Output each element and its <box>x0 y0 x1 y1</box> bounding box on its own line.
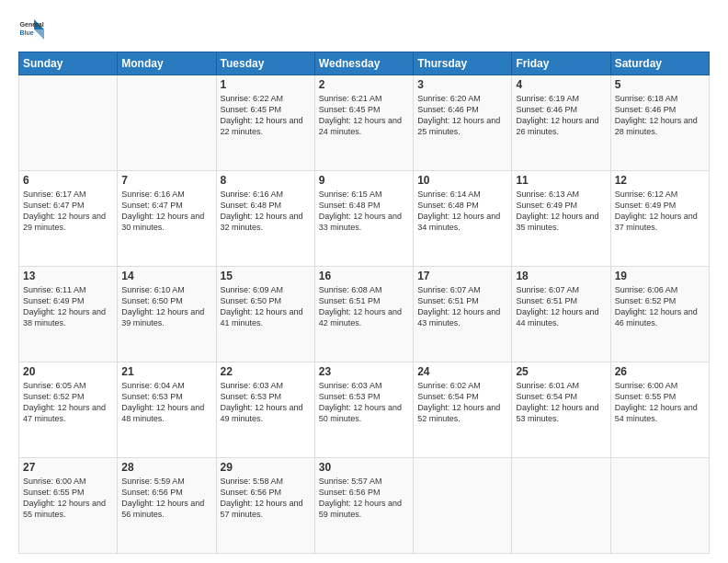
calendar-cell: 7Sunrise: 6:16 AMSunset: 6:47 PMDaylight… <box>118 171 216 267</box>
cell-sun-info: Sunrise: 6:12 AMSunset: 6:49 PMDaylight:… <box>615 189 705 234</box>
calendar-cell: 24Sunrise: 6:02 AMSunset: 6:54 PMDayligh… <box>414 362 512 458</box>
calendar-cell: 30Sunrise: 5:57 AMSunset: 6:56 PMDayligh… <box>314 458 413 554</box>
page: General Blue SundayMondayTuesdayWednesda… <box>0 0 728 563</box>
day-number: 17 <box>417 270 507 282</box>
calendar-cell: 19Sunrise: 6:06 AMSunset: 6:52 PMDayligh… <box>610 267 709 362</box>
day-number: 11 <box>516 174 606 187</box>
day-number: 12 <box>615 174 705 187</box>
day-number: 28 <box>121 461 211 474</box>
cell-sun-info: Sunrise: 6:07 AMSunset: 6:51 PMDaylight:… <box>417 284 507 329</box>
cell-sun-info: Sunrise: 6:08 AMSunset: 6:51 PMDaylight:… <box>319 284 409 329</box>
cell-sun-info: Sunrise: 6:20 AMSunset: 6:46 PMDaylight:… <box>417 93 507 138</box>
cell-sun-info: Sunrise: 6:09 AMSunset: 6:50 PMDaylight:… <box>221 284 311 329</box>
calendar-cell <box>512 458 610 554</box>
day-number: 13 <box>23 270 113 282</box>
cell-sun-info: Sunrise: 6:21 AMSunset: 6:45 PMDaylight:… <box>319 93 409 138</box>
day-number: 9 <box>319 174 409 187</box>
calendar-cell: 11Sunrise: 6:13 AMSunset: 6:49 PMDayligh… <box>512 171 610 267</box>
cell-sun-info: Sunrise: 6:15 AMSunset: 6:48 PMDaylight:… <box>319 189 409 234</box>
cell-sun-info: Sunrise: 6:06 AMSunset: 6:52 PMDaylight:… <box>615 284 705 329</box>
day-number: 2 <box>319 78 409 91</box>
calendar-cell: 29Sunrise: 5:58 AMSunset: 6:56 PMDayligh… <box>216 458 314 554</box>
week-row-3: 13Sunrise: 6:11 AMSunset: 6:49 PMDayligh… <box>19 267 710 362</box>
calendar-cell: 17Sunrise: 6:07 AMSunset: 6:51 PMDayligh… <box>414 267 512 362</box>
day-number: 1 <box>221 78 311 91</box>
logo-icon: General Blue <box>18 17 44 42</box>
week-row-4: 20Sunrise: 6:05 AMSunset: 6:52 PMDayligh… <box>19 362 710 458</box>
header-row: SundayMondayTuesdayWednesdayThursdayFrid… <box>19 52 710 75</box>
calendar-cell <box>118 75 216 171</box>
calendar-cell: 25Sunrise: 6:01 AMSunset: 6:54 PMDayligh… <box>512 362 610 458</box>
calendar-cell: 20Sunrise: 6:05 AMSunset: 6:52 PMDayligh… <box>19 362 118 458</box>
cell-sun-info: Sunrise: 6:16 AMSunset: 6:47 PMDaylight:… <box>121 189 211 234</box>
col-header-sunday: Sunday <box>19 52 118 75</box>
calendar-cell: 21Sunrise: 6:04 AMSunset: 6:53 PMDayligh… <box>118 362 216 458</box>
calendar-cell: 2Sunrise: 6:21 AMSunset: 6:45 PMDaylight… <box>314 75 413 171</box>
day-number: 27 <box>23 461 113 474</box>
calendar-cell: 6Sunrise: 6:17 AMSunset: 6:47 PMDaylight… <box>19 171 118 267</box>
cell-sun-info: Sunrise: 6:19 AMSunset: 6:46 PMDaylight:… <box>516 93 606 138</box>
calendar-cell: 9Sunrise: 6:15 AMSunset: 6:48 PMDaylight… <box>314 171 413 267</box>
calendar-cell: 4Sunrise: 6:19 AMSunset: 6:46 PMDaylight… <box>512 75 610 171</box>
cell-sun-info: Sunrise: 6:16 AMSunset: 6:48 PMDaylight:… <box>221 189 311 234</box>
col-header-friday: Friday <box>512 52 610 75</box>
calendar-cell: 1Sunrise: 6:22 AMSunset: 6:45 PMDaylight… <box>216 75 314 171</box>
col-header-saturday: Saturday <box>610 52 709 75</box>
day-number: 29 <box>221 461 311 474</box>
calendar-cell: 14Sunrise: 6:10 AMSunset: 6:50 PMDayligh… <box>118 267 216 362</box>
cell-sun-info: Sunrise: 6:00 AMSunset: 6:55 PMDaylight:… <box>615 380 705 425</box>
day-number: 15 <box>221 270 311 282</box>
cell-sun-info: Sunrise: 6:10 AMSunset: 6:50 PMDaylight:… <box>121 284 211 329</box>
calendar-cell: 13Sunrise: 6:11 AMSunset: 6:49 PMDayligh… <box>19 267 118 362</box>
day-number: 19 <box>615 270 705 282</box>
week-row-1: 1Sunrise: 6:22 AMSunset: 6:45 PMDaylight… <box>19 75 710 171</box>
calendar-cell: 12Sunrise: 6:12 AMSunset: 6:49 PMDayligh… <box>610 171 709 267</box>
cell-sun-info: Sunrise: 6:17 AMSunset: 6:47 PMDaylight:… <box>23 189 113 234</box>
day-number: 4 <box>516 78 606 91</box>
day-number: 5 <box>615 78 705 91</box>
calendar-cell: 28Sunrise: 5:59 AMSunset: 6:56 PMDayligh… <box>118 458 216 554</box>
calendar-cell: 22Sunrise: 6:03 AMSunset: 6:53 PMDayligh… <box>216 362 314 458</box>
calendar-cell <box>414 458 512 554</box>
day-number: 7 <box>121 174 211 187</box>
cell-sun-info: Sunrise: 6:02 AMSunset: 6:54 PMDaylight:… <box>417 380 507 425</box>
day-number: 18 <box>516 270 606 282</box>
cell-sun-info: Sunrise: 6:03 AMSunset: 6:53 PMDaylight:… <box>319 380 409 425</box>
cell-sun-info: Sunrise: 6:14 AMSunset: 6:48 PMDaylight:… <box>417 189 507 234</box>
cell-sun-info: Sunrise: 6:13 AMSunset: 6:49 PMDaylight:… <box>516 189 606 234</box>
day-number: 3 <box>417 78 507 91</box>
week-row-5: 27Sunrise: 6:00 AMSunset: 6:55 PMDayligh… <box>19 458 710 554</box>
cell-sun-info: Sunrise: 6:11 AMSunset: 6:49 PMDaylight:… <box>23 284 113 329</box>
calendar-cell: 16Sunrise: 6:08 AMSunset: 6:51 PMDayligh… <box>314 267 413 362</box>
day-number: 21 <box>121 365 211 378</box>
day-number: 8 <box>221 174 311 187</box>
cell-sun-info: Sunrise: 5:58 AMSunset: 6:56 PMDaylight:… <box>221 476 311 521</box>
calendar-cell <box>610 458 709 554</box>
day-number: 26 <box>615 365 705 378</box>
svg-text:Blue: Blue <box>20 29 34 36</box>
calendar-cell: 5Sunrise: 6:18 AMSunset: 6:46 PMDaylight… <box>610 75 709 171</box>
calendar-cell <box>19 75 118 171</box>
cell-sun-info: Sunrise: 6:03 AMSunset: 6:53 PMDaylight:… <box>221 380 311 425</box>
calendar-cell: 27Sunrise: 6:00 AMSunset: 6:55 PMDayligh… <box>19 458 118 554</box>
cell-sun-info: Sunrise: 5:59 AMSunset: 6:56 PMDaylight:… <box>121 476 211 521</box>
calendar-cell: 15Sunrise: 6:09 AMSunset: 6:50 PMDayligh… <box>216 267 314 362</box>
calendar-cell: 18Sunrise: 6:07 AMSunset: 6:51 PMDayligh… <box>512 267 610 362</box>
cell-sun-info: Sunrise: 6:00 AMSunset: 6:55 PMDaylight:… <box>23 476 113 521</box>
day-number: 16 <box>319 270 409 282</box>
day-number: 24 <box>417 365 507 378</box>
svg-text:General: General <box>20 21 44 28</box>
day-number: 10 <box>417 174 507 187</box>
calendar-cell: 26Sunrise: 6:00 AMSunset: 6:55 PMDayligh… <box>610 362 709 458</box>
cell-sun-info: Sunrise: 6:22 AMSunset: 6:45 PMDaylight:… <box>221 93 311 138</box>
cell-sun-info: Sunrise: 5:57 AMSunset: 6:56 PMDaylight:… <box>319 476 409 521</box>
day-number: 22 <box>221 365 311 378</box>
logo: General Blue <box>18 17 44 42</box>
day-number: 14 <box>121 270 211 282</box>
col-header-wednesday: Wednesday <box>314 52 413 75</box>
day-number: 25 <box>516 365 606 378</box>
day-number: 23 <box>319 365 409 378</box>
col-header-tuesday: Tuesday <box>216 52 314 75</box>
day-number: 20 <box>23 365 113 378</box>
calendar-cell: 10Sunrise: 6:14 AMSunset: 6:48 PMDayligh… <box>414 171 512 267</box>
